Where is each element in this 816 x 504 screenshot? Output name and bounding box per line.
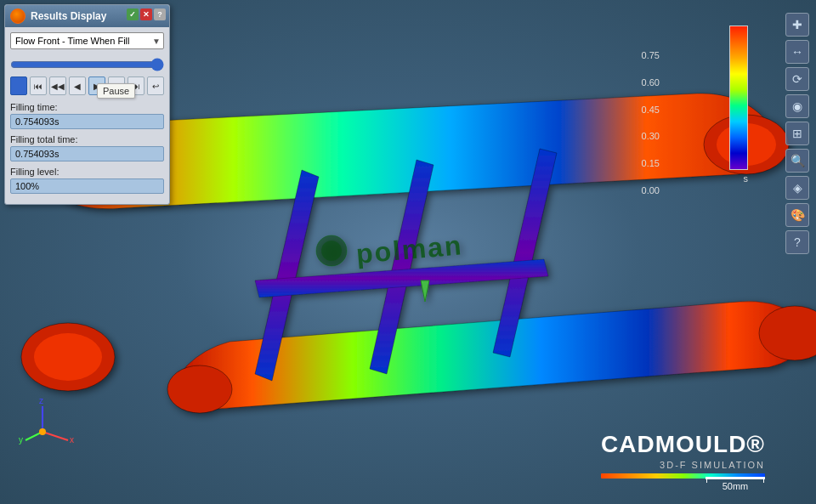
svg-point-1 [21, 323, 115, 391]
svg-point-6 [167, 365, 232, 413]
step-back-btn[interactable]: ◀◀ [49, 76, 66, 95]
branding-subtitle: 3D-F SIMULATION [601, 460, 765, 470]
toolbar-add-btn[interactable]: ✚ [785, 13, 809, 37]
svg-text:x: x [70, 435, 74, 445]
cancel-button[interactable]: ✕ [140, 8, 152, 20]
filling-total-value: 0.754093s [10, 146, 164, 161]
skip-to-start-btn[interactable]: ⏮ [30, 76, 47, 95]
scale-text: 50mm [722, 481, 749, 491]
scale-line [706, 477, 765, 479]
pause-tooltip: Pause [97, 83, 135, 99]
viewport: polman 0.75 0.60 0.45 0.30 0.15 0.00 s ✚… [0, 0, 816, 504]
legend-value-0: 0.75 [642, 51, 660, 60]
svg-point-5 [759, 306, 816, 360]
branding-title: CADMOULD® [601, 431, 765, 458]
dropdown-container: Flow Front - Time When Fill Pressure Tem… [10, 32, 164, 49]
panel-titlebar: ✓ ✕ ? Results Display [5, 5, 169, 27]
right-toolbar: ✚ ↔ ⟳ ◉ ⊞ 🔍 ◈ 🎨 ? [785, 13, 809, 254]
toolbar-zoom-btn[interactable]: 🔍 [785, 149, 809, 173]
filling-level-value: 100% [10, 178, 164, 194]
svg-point-8 [316, 235, 347, 266]
color-legend: 0.75 0.60 0.45 0.30 0.15 0.00 [729, 25, 748, 170]
svg-point-9 [321, 241, 342, 261]
ok-button[interactable]: ✓ [127, 8, 139, 20]
prev-frame-btn[interactable]: ◀ [69, 76, 86, 95]
legend-value-2: 0.45 [642, 105, 660, 115]
slider-container [10, 54, 164, 71]
legend-unit: s [744, 173, 749, 184]
svg-text:z: z [39, 396, 43, 405]
svg-point-2 [34, 333, 102, 381]
filling-time-label: Filling time: [10, 102, 164, 112]
toolbar-rotate-btn[interactable]: ⟳ [785, 67, 809, 91]
help-button[interactable]: ? [154, 8, 166, 20]
scale-bar: 50mm [706, 477, 765, 491]
color-bar [729, 25, 748, 170]
filling-total-label: Filling total time: [10, 134, 164, 144]
legend-value-1: 0.60 [642, 78, 660, 88]
legend-value-3: 0.30 [642, 132, 660, 141]
svg-line-11 [42, 432, 68, 440]
panel-icon [10, 8, 26, 24]
axis-indicator: x y z [17, 394, 85, 453]
panel-controls: ✓ ✕ ? [127, 8, 166, 20]
svg-marker-10 [421, 280, 429, 302]
filling-time-value: 0.754093s [10, 114, 164, 129]
toolbar-help-btn[interactable]: ? [785, 230, 809, 254]
playback-controls: ⏮ ◀◀ ◀ ▶ ▶▶ ⏭ ↩ [10, 76, 164, 95]
toolbar-view-btn[interactable]: ◈ [785, 176, 809, 200]
play-screen [10, 76, 27, 95]
svg-text:y: y [19, 435, 23, 445]
toolbar-grid-btn[interactable]: ⊞ [785, 122, 809, 145]
toolbar-target-btn[interactable]: ◉ [785, 94, 809, 118]
svg-point-17 [39, 428, 46, 435]
branding: CADMOULD® 3D-F SIMULATION [601, 431, 765, 479]
panel-title: Results Display [31, 10, 106, 22]
legend-value-4: 0.15 [642, 159, 660, 168]
legend-labels: 0.75 0.60 0.45 0.30 0.15 0.00 [642, 51, 660, 195]
loop-btn[interactable]: ↩ [147, 76, 164, 95]
filling-level-label: Filling level: [10, 167, 164, 177]
panel-body: Flow Front - Time When Fill Pressure Tem… [5, 27, 169, 204]
legend-value-5: 0.00 [642, 186, 660, 195]
svg-text:polman: polman [354, 229, 463, 269]
toolbar-pan-btn[interactable]: ↔ [785, 40, 809, 64]
toolbar-color-btn[interactable]: 🎨 [785, 203, 809, 227]
results-panel: ✓ ✕ ? Results Display Flow Front - Time … [4, 4, 170, 205]
axis-svg: x y z [17, 394, 85, 453]
timeline-slider[interactable] [10, 58, 164, 71]
result-type-dropdown[interactable]: Flow Front - Time When Fill Pressure Tem… [10, 32, 164, 49]
